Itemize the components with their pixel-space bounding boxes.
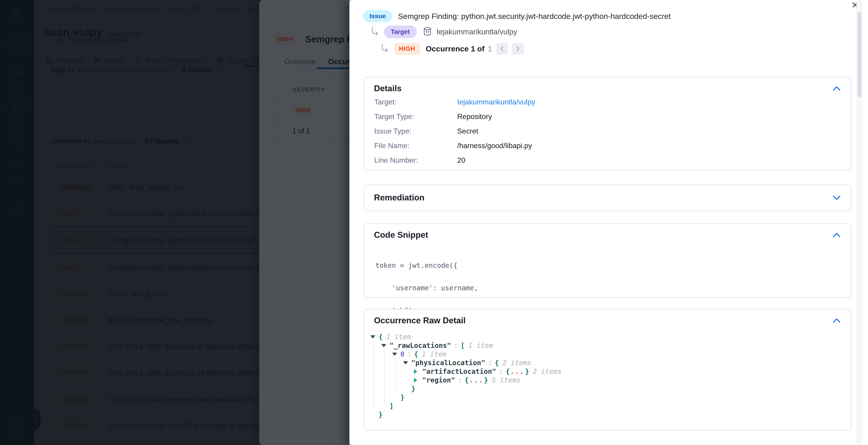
section-heading: Occurrence Raw Detail — [374, 316, 466, 325]
code-line: 'username': username, — [375, 284, 548, 292]
json-count: 1 item — [465, 341, 493, 350]
remediation-card-header[interactable]: Remediation — [364, 185, 851, 203]
json-count: 2 items — [529, 367, 561, 376]
collapse-triangle-icon[interactable] — [403, 361, 411, 364]
prev-occurrence-button[interactable] — [496, 43, 508, 55]
expand-triangle-icon[interactable] — [414, 378, 422, 383]
json-brace: { — [495, 359, 499, 367]
target-repo-name[interactable]: tejakummarikuntla/vulpy — [437, 28, 517, 36]
target-row: Target tejakummarikuntla/vulpy — [370, 26, 517, 38]
issue-header-row: Issue Semgrep Finding: python.jwt.securi… — [363, 10, 671, 22]
detail-row: Target Type: Repository — [374, 112, 492, 121]
json-colon: : — [404, 350, 414, 359]
detail-value: /harness/good/libapi.py — [457, 142, 532, 150]
return-arrow-icon — [380, 43, 390, 54]
raw-detail-card-header[interactable]: Occurrence Raw Detail — [364, 309, 851, 325]
tree-guide — [395, 359, 396, 395]
return-arrow-icon — [370, 26, 380, 37]
section-heading: Remediation — [374, 193, 425, 203]
json-line[interactable]: 0 : { 1 item — [370, 350, 562, 359]
detail-value: Repository — [457, 112, 492, 121]
json-count: 2 items — [499, 359, 531, 367]
json-count: 5 items — [488, 376, 520, 384]
json-bracket: ] — [390, 402, 394, 410]
json-line: } — [370, 410, 562, 419]
chevron-up-icon[interactable] — [832, 86, 841, 91]
section-heading: Details — [374, 84, 402, 93]
json-colon: : — [451, 341, 461, 350]
chevron-up-icon[interactable] — [832, 232, 841, 238]
json-key: "_rawLocations" — [390, 341, 451, 350]
detail-value: Secret — [457, 127, 478, 136]
json-line[interactable]: "_rawLocations" : [ 1 item — [370, 341, 562, 350]
app-root: ? TK ▶ Account: STO test › Organization:… — [0, 0, 868, 445]
chevron-left-icon — [500, 46, 504, 52]
detail-row: File Name: /harness/good/libapi.py — [374, 142, 532, 150]
panel-backdrop[interactable] — [0, 0, 349, 445]
json-colon: : — [485, 359, 495, 367]
occurrence-detail-panel: ✕ Issue Semgrep Finding: python.jwt.secu… — [349, 0, 868, 445]
json-brace: { — [465, 376, 469, 384]
json-bracket: [ — [461, 341, 465, 350]
json-brace: { — [378, 333, 383, 341]
code-line: token = jwt.encode({ — [375, 262, 548, 269]
section-heading: Code Snippet — [374, 230, 428, 240]
json-index: 0 — [400, 350, 404, 359]
json-colon: : — [496, 367, 506, 376]
json-line[interactable]: "artifactLocation" : { ... } 2 items — [370, 367, 562, 376]
tree-guide — [384, 350, 385, 404]
details-card: Details Target: tejakummarikuntla/vulpy … — [364, 77, 851, 171]
scrollbar-thumb[interactable] — [858, 12, 861, 97]
next-occurrence-button[interactable] — [512, 43, 524, 55]
tree-guide — [373, 341, 374, 412]
json-tree: { 1 item "_rawLocations" : [ 1 item 0 : … — [370, 333, 562, 419]
json-line: ] — [370, 402, 562, 410]
json-key: "artifactLocation" — [422, 367, 496, 376]
code-snippet-card-header[interactable]: Code Snippet — [364, 224, 851, 240]
json-brace: { — [506, 367, 510, 376]
json-key: "region" — [422, 376, 455, 384]
remediation-card: Remediation — [364, 185, 851, 211]
json-ellipsis: ... — [469, 376, 484, 384]
detail-label: Target: — [374, 98, 457, 106]
detail-value-link[interactable]: tejakummarikuntla/vulpy — [457, 98, 535, 106]
chevron-up-icon[interactable] — [832, 318, 841, 323]
expand-triangle-icon[interactable] — [414, 369, 422, 374]
json-ellipsis: ... — [510, 367, 525, 376]
json-line[interactable]: "physicalLocation" : { 2 items — [370, 359, 562, 367]
chevron-right-icon — [516, 46, 520, 52]
json-count: 1 item — [418, 350, 446, 359]
details-card-header[interactable]: Details — [364, 77, 851, 93]
occurrence-total: 1 — [488, 44, 492, 53]
json-brace: } — [400, 393, 404, 402]
chevron-down-icon[interactable] — [832, 195, 841, 201]
occurrence-nav-row: HIGH Occurrence 1 of 1 — [380, 43, 524, 55]
json-brace: } — [378, 410, 383, 419]
json-brace: } — [411, 384, 415, 393]
detail-label: Issue Type: — [374, 127, 457, 136]
target-badge: Target — [384, 26, 417, 38]
repository-icon — [423, 27, 432, 37]
detail-value: 20 — [457, 156, 465, 165]
json-line: } — [370, 393, 562, 402]
json-line[interactable]: { 1 item — [370, 333, 562, 341]
json-brace: } — [484, 376, 488, 384]
collapse-triangle-icon[interactable] — [370, 335, 378, 338]
issue-title: Semgrep Finding: python.jwt.security.jwt… — [398, 12, 671, 21]
json-colon: : — [455, 376, 465, 384]
json-brace: } — [525, 367, 529, 376]
json-brace: { — [414, 350, 418, 359]
detail-label: Line Number: — [374, 156, 457, 165]
detail-row: Target: tejakummarikuntla/vulpy — [374, 98, 535, 106]
json-line: } — [370, 384, 562, 393]
issue-badge: Issue — [363, 10, 392, 22]
detail-row: Line Number: 20 — [374, 156, 465, 165]
collapse-triangle-icon[interactable] — [392, 353, 400, 356]
occurrence-label: Occurrence 1 of — [426, 44, 485, 53]
severity-badge: HIGH — [395, 43, 420, 55]
json-key: "physicalLocation" — [411, 359, 485, 367]
json-count: 1 item — [383, 333, 411, 341]
json-line[interactable]: "region" : { ... } 5 items — [370, 376, 562, 384]
detail-row: Issue Type: Secret — [374, 127, 478, 136]
collapse-triangle-icon[interactable] — [381, 344, 390, 347]
